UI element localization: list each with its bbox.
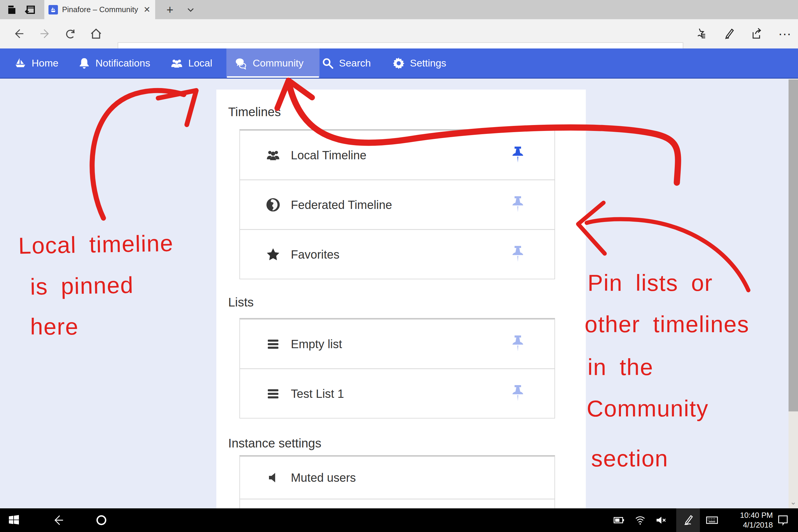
cortana-icon[interactable] [92, 508, 111, 532]
lists-group: Empty list Test List 1 [240, 318, 555, 418]
community-panel: Timelines Local Timeline Federated Timel… [216, 90, 586, 508]
nav-notifications[interactable]: Notifications [78, 49, 150, 78]
hub-favorites-icon[interactable] [691, 23, 711, 44]
bell-icon [78, 57, 91, 70]
browser-tab-strip: Pinafore – Community ✕ + [0, 0, 798, 19]
windows-start-icon[interactable] [4, 508, 24, 532]
taskbar-back-icon[interactable] [49, 508, 68, 532]
pinafore-favicon-icon [49, 5, 58, 15]
list-item-federated-timeline[interactable]: Federated Timeline [240, 179, 554, 229]
taskbar-clock[interactable]: 10:40 PM 4/1/2018 [723, 508, 773, 532]
annotation-right-line1: Pin lists or [588, 271, 713, 294]
pin-button-unpinned[interactable] [510, 196, 526, 214]
tab-list-chevron-icon[interactable] [182, 2, 200, 17]
nav-community-active[interactable]: Community [226, 49, 320, 78]
annotation-right-line5: section [591, 447, 668, 470]
annotation-left-line2: is pinned [30, 273, 134, 298]
clock-time: 10:40 PM [740, 510, 773, 520]
lists-heading: Lists [228, 295, 253, 309]
sailboat-icon [14, 57, 26, 70]
list-item-label: Test List 1 [291, 387, 344, 400]
nav-home[interactable]: Home [14, 49, 58, 78]
tab-preview-icon[interactable] [22, 2, 38, 17]
new-tab-button[interactable]: + [161, 2, 179, 17]
home-icon[interactable] [86, 23, 106, 44]
tabs-set-aside-icon[interactable] [4, 2, 19, 17]
back-icon[interactable] [9, 23, 28, 44]
wifi-icon[interactable] [631, 508, 649, 532]
instance-settings-heading: Instance settings [228, 436, 321, 451]
tab-title: Pinafore – Community [62, 5, 141, 14]
forward-icon[interactable] [36, 23, 55, 44]
browser-tab[interactable]: Pinafore – Community ✕ [44, 0, 155, 19]
windows-ink-pen-icon[interactable] [676, 508, 700, 532]
browser-toolbar: https://dev.pinafore.social/community ··… [0, 19, 798, 49]
instance-settings-group: Muted users [240, 455, 555, 508]
gear-icon [393, 57, 405, 70]
touch-keyboard-icon[interactable] [702, 508, 722, 532]
list-item-muted-users[interactable]: Muted users [240, 457, 554, 499]
annotation-right-line2: other timelines [585, 313, 749, 336]
chat-bubbles-icon [234, 56, 248, 70]
list-item-label: Empty list [291, 337, 342, 350]
list-item-cutoff[interactable] [240, 499, 554, 508]
list-icon [266, 337, 280, 351]
nav-search[interactable]: Search [322, 49, 371, 78]
people-icon [170, 57, 183, 70]
action-center-icon[interactable] [773, 508, 793, 532]
pin-button-pinned[interactable] [510, 146, 526, 164]
volume-muted-icon[interactable] [652, 508, 670, 532]
web-note-pen-icon[interactable] [719, 23, 739, 44]
annotation-left-line3: here [30, 315, 79, 338]
refresh-icon[interactable] [61, 23, 80, 44]
list-icon [266, 386, 280, 401]
list-item-local-timeline[interactable]: Local Timeline [240, 131, 554, 179]
battery-icon[interactable] [610, 508, 628, 532]
scrollbar-thumb[interactable] [788, 79, 798, 412]
star-icon [266, 247, 280, 262]
list-item-label: Local Timeline [291, 148, 366, 162]
pin-button-unpinned[interactable] [510, 384, 526, 403]
list-item-label: Muted users [291, 471, 356, 484]
list-item-label: Favorites [291, 248, 340, 261]
timelines-heading: Timelines [228, 105, 281, 119]
share-icon[interactable] [747, 23, 767, 44]
timelines-group: Local Timeline Federated Timeline Favori… [240, 129, 555, 279]
annotation-right-line3: in the [588, 356, 653, 379]
pinafore-navbar: Home Notifications Local Community Searc… [0, 49, 798, 79]
magnifier-icon [322, 57, 334, 70]
more-options-icon[interactable]: ··· [775, 23, 795, 44]
list-item-label: Federated Timeline [291, 198, 392, 211]
people-icon [266, 148, 280, 162]
list-item-empty-list[interactable]: Empty list [240, 320, 554, 368]
mute-icon [266, 471, 280, 485]
annotation-right-line4: Community [587, 397, 708, 420]
list-item-test-list-1[interactable]: Test List 1 [240, 368, 554, 418]
screen: Pinafore – Community ✕ + https://dev.pin… [0, 0, 798, 532]
clock-date: 4/1/2018 [743, 520, 773, 530]
globe-icon [266, 198, 280, 212]
windows-taskbar: 10:40 PM 4/1/2018 [0, 508, 798, 532]
nav-local[interactable]: Local [170, 49, 212, 78]
page-scrollbar[interactable]: ⌄ [788, 79, 798, 508]
annotation-left-line1: Local timeline [18, 231, 173, 257]
pin-button-unpinned[interactable] [510, 245, 526, 264]
tab-close-icon[interactable]: ✕ [144, 5, 150, 15]
scrollbar-down-chevron-icon[interactable]: ⌄ [788, 497, 798, 507]
pin-button-unpinned[interactable] [510, 335, 526, 353]
nav-settings[interactable]: Settings [393, 49, 446, 78]
list-item-favorites[interactable]: Favorites [240, 229, 554, 279]
